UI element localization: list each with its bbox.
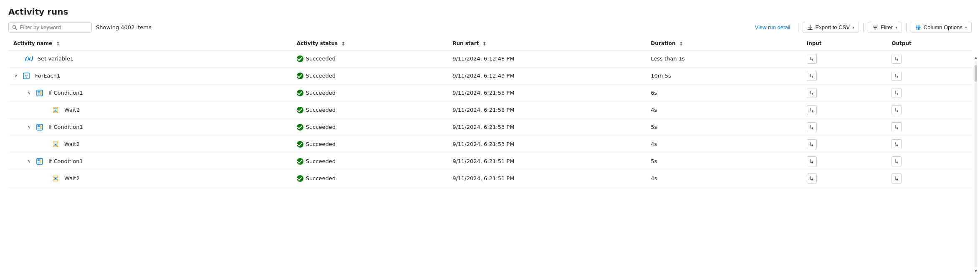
- activity-name-text-1: Set variable1: [38, 55, 73, 62]
- wait-icon: [52, 175, 59, 182]
- cell-status-4: Succeeded: [292, 101, 447, 118]
- column-options-button[interactable]: Column Options ▾: [911, 22, 972, 33]
- view-run-detail-button[interactable]: View run detail: [751, 22, 793, 33]
- input-icon-1[interactable]: ↳: [807, 54, 817, 64]
- activity-name-text-8: Wait2: [64, 175, 80, 181]
- cell-input-6: ↳: [802, 136, 887, 153]
- cell-duration-8: 4s: [646, 170, 801, 187]
- table-row: Wait2 Succeeded 9/11/2024, 6:21:53 PM 4s…: [8, 136, 972, 153]
- cell-activity-name-2: ∨ ∀ ForEach1: [8, 67, 292, 84]
- cell-input-4: ↳: [802, 101, 887, 118]
- search-input[interactable]: [20, 24, 88, 30]
- scroll-thumb[interactable]: [975, 65, 977, 82]
- output-icon-1[interactable]: ↳: [892, 54, 902, 64]
- expand-button-5[interactable]: ∨: [27, 124, 32, 130]
- cell-run-start-2: 9/11/2024, 6:12:49 PM: [447, 67, 646, 84]
- input-icon-4[interactable]: ↳: [807, 105, 817, 115]
- cell-run-start-4: 9/11/2024, 6:21:58 PM: [447, 101, 646, 118]
- page-container: Activity runs Showing 4002 items View ru…: [0, 0, 980, 274]
- scrollbar: ▲ ▼: [974, 54, 977, 274]
- cell-activity-name-4: Wait2: [8, 101, 292, 118]
- output-icon-6[interactable]: ↳: [892, 139, 902, 149]
- duration-text-6: 4s: [651, 141, 657, 147]
- run-start-text-8: 9/11/2024, 6:21:51 PM: [452, 175, 514, 181]
- success-icon-7: [297, 158, 303, 165]
- input-icon-8[interactable]: ↳: [807, 173, 817, 184]
- output-icon-8[interactable]: ↳: [892, 173, 902, 184]
- run-start-text-6: 9/11/2024, 6:21:53 PM: [452, 141, 514, 147]
- table-row: ∨ If Condition1 Succeeded: [8, 118, 972, 136]
- success-icon-8: [297, 175, 303, 182]
- svg-rect-18: [38, 128, 40, 129]
- cell-duration-5: 5s: [646, 118, 801, 136]
- foreach-icon: ∀: [23, 72, 30, 80]
- scroll-up-arrow[interactable]: ▲: [974, 55, 977, 60]
- cell-status-5: Succeeded: [292, 118, 447, 136]
- wait-icon: [52, 106, 59, 114]
- run-start-text-2: 9/11/2024, 6:12:49 PM: [452, 73, 514, 79]
- page-title: Activity runs: [8, 7, 972, 17]
- cell-run-start-7: 9/11/2024, 6:21:51 PM: [447, 153, 646, 170]
- view-run-detail-label: View run detail: [755, 24, 790, 30]
- ifcondition-icon: [36, 89, 43, 97]
- cell-activity-name-6: Wait2: [8, 136, 292, 153]
- input-icon-2[interactable]: ↳: [807, 71, 817, 81]
- duration-text-4: 4s: [651, 107, 657, 113]
- activity-name-text-2: ForEach1: [35, 73, 60, 79]
- input-icon-6[interactable]: ↳: [807, 139, 817, 149]
- status-text-3: Succeeded: [306, 90, 336, 96]
- cell-activity-name-3: ∨ If Condition1: [8, 84, 292, 101]
- run-start-text-1: 9/11/2024, 6:12:48 PM: [452, 55, 514, 62]
- activity-runs-table: Activity name ↕ Activity status ↕ Run st…: [8, 37, 972, 187]
- table-row: ∨ ∀ ForEach1 Succeeded 9/11/2024, 6:12:4…: [8, 67, 972, 84]
- cell-output-4: ↳: [887, 101, 972, 118]
- input-icon-5[interactable]: ↳: [807, 122, 817, 132]
- status-text-1: Succeeded: [306, 55, 336, 62]
- cell-status-8: Succeeded: [292, 170, 447, 187]
- scroll-down-arrow[interactable]: ▼: [974, 268, 977, 273]
- cell-status-6: Succeeded: [292, 136, 447, 153]
- input-icon-7[interactable]: ↳: [807, 156, 817, 166]
- table-container: Activity name ↕ Activity status ↕ Run st…: [8, 37, 972, 187]
- table-row: ∨ If Condition1 Succeeded: [8, 153, 972, 170]
- cell-input-7: ↳: [802, 153, 887, 170]
- setvariable-icon: (x): [25, 55, 33, 63]
- scroll-track[interactable]: [975, 61, 977, 267]
- cell-duration-4: 4s: [646, 101, 801, 118]
- duration-text-2: 10m 5s: [651, 73, 671, 79]
- col-header-activity-name[interactable]: Activity name ↕: [8, 37, 292, 50]
- export-csv-button[interactable]: Export to CSV ▾: [803, 22, 859, 33]
- expand-button-2[interactable]: ∨: [13, 73, 18, 78]
- column-options-label: Column Options: [924, 24, 962, 30]
- col-header-activity-status[interactable]: Activity status ↕: [292, 37, 447, 50]
- output-icon-7[interactable]: ↳: [892, 156, 902, 166]
- output-icon-3[interactable]: ↳: [892, 88, 902, 98]
- expand-button-3[interactable]: ∨: [27, 90, 32, 96]
- cell-duration-6: 4s: [646, 136, 801, 153]
- output-icon-4[interactable]: ↳: [892, 105, 902, 115]
- filter-button[interactable]: Filter ▾: [868, 22, 902, 33]
- output-icon-2[interactable]: ↳: [892, 71, 902, 81]
- run-start-text-5: 9/11/2024, 6:21:53 PM: [452, 124, 514, 130]
- cell-duration-7: 5s: [646, 153, 801, 170]
- success-icon-5: [297, 124, 303, 131]
- activity-name-text-3: If Condition1: [48, 90, 83, 96]
- search-icon: [12, 25, 18, 30]
- input-icon-3[interactable]: ↳: [807, 88, 817, 98]
- col-header-run-start[interactable]: Run start ↕: [447, 37, 646, 50]
- svg-rect-19: [40, 125, 41, 129]
- duration-text-1: Less than 1s: [651, 55, 684, 62]
- ifcondition-icon: [36, 123, 43, 131]
- expand-button-7[interactable]: ∨: [27, 158, 32, 164]
- output-icon-5[interactable]: ↳: [892, 122, 902, 132]
- cell-status-3: Succeeded: [292, 84, 447, 101]
- col-header-duration[interactable]: Duration ↕: [646, 37, 801, 50]
- table-header-row: Activity name ↕ Activity status ↕ Run st…: [8, 37, 972, 50]
- duration-text-7: 5s: [651, 158, 657, 164]
- cell-run-start-5: 9/11/2024, 6:21:53 PM: [447, 118, 646, 136]
- cell-run-start-3: 9/11/2024, 6:21:58 PM: [447, 84, 646, 101]
- success-icon-2: [297, 73, 303, 79]
- col-header-output: Output: [887, 37, 972, 50]
- toolbar: Showing 4002 items View run detail Expor…: [8, 22, 972, 33]
- cell-input-3: ↳: [802, 84, 887, 101]
